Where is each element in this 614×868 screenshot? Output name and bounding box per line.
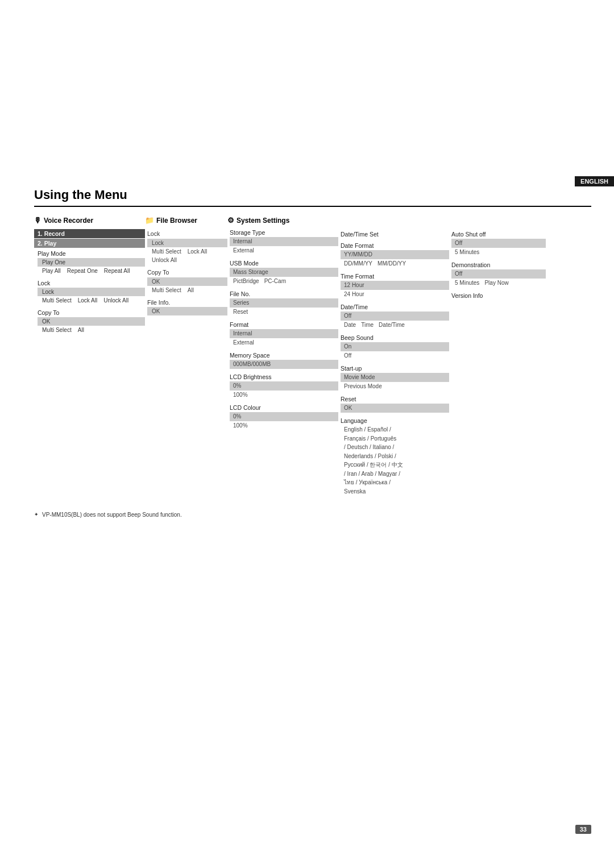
file-browser-label: File Browser [156,217,197,225]
auto-shutoff-1: 5 Minutes [451,249,479,255]
date-format-group: Date Format YY/MM/DD DD/MM/YY MM/DD/YY [338,242,449,268]
lock-title: Lock [38,280,145,286]
system-settings-column: ⚙ System Settings Storage Type Internal … [227,216,338,435]
top-whitespace [0,0,614,176]
lock-sub-3: Unlock All [99,297,128,304]
file-no-group: File No. Series Reset [227,290,338,317]
language-0: English / Español /Français / Português/… [341,425,449,496]
lcd-colour-1: 100% [230,422,248,429]
voice-recorder-column: 🎙 Voice Recorder 1. Record 2. Play Play … [34,216,145,339]
reset-title: Reset [341,396,449,402]
fb-fileinfo-group: File Info. OK [145,298,227,316]
lock-sub-0: Lock [38,288,145,296]
system-settings-header: ⚙ System Settings [227,216,338,225]
datetime-set-title: Date/Time Set [341,231,449,238]
play-item: 2. Play [34,239,145,248]
lcd-brightness-0: 0% [230,381,338,391]
play-mode-group: Play Mode Play One Play All Repeat One R… [34,250,145,275]
lcd-brightness-title: LCD Brightness [230,373,338,380]
fb-lock-3: Unlock All [147,257,177,263]
page-number: 33 [575,825,591,834]
fb-copyto-title: Copy To [147,268,227,277]
play-mode-sub-2: Repeat One [63,268,98,274]
fb-copyto-0: OK [147,277,227,286]
auto-shutoff-title: Auto Shut off [451,231,546,238]
system-settings3-column: Auto Shut off Off 5 Minutes Demonstratio… [449,216,546,304]
memory-space-group: Memory Space 000MB/000MB [227,352,338,369]
demonstration-1: 5 Minutes [451,280,479,286]
fb-fileinfo-title: File Info. [147,298,227,308]
version-info-group: Version Info [449,292,546,299]
copy-to-sub-2: All [73,327,84,333]
file-browser-icon: 📁 [145,216,154,225]
voice-recorder-label: Voice Recorder [44,217,93,225]
demonstration-0: Off [451,269,546,279]
file-browser-column: 📁 File Browser Lock Lock Multi Select Lo… [145,216,227,319]
auto-shutoff-group: Auto Shut off Off 5 Minutes [449,231,546,257]
date-format-2: MM/DD/YY [374,260,406,267]
storage-type-0: Internal [230,237,338,246]
play-mode-sub-3: Repeat All [99,268,130,274]
usb-mode-0: Mass Storage [230,268,338,277]
fb-copyto-2: All [183,287,194,293]
lcd-brightness-1: 100% [230,392,248,398]
copy-to-sub-1: Multi Select [38,327,72,333]
version-info-title: Version Info [451,292,546,299]
format-title: Format [230,321,338,328]
memory-space-title: Memory Space [230,352,338,359]
fb-lock-0: Lock [147,239,227,247]
storage-type-1: External [230,247,254,254]
system-settings-label: System Settings [237,217,289,225]
copy-to-group: Copy To OK Multi Select All [34,309,145,334]
format-0: Internal [230,329,338,338]
fb-lock-2: Lock All [183,248,207,255]
beep-sound-group: Beep Sound On Off [338,334,449,360]
english-badge: ENGLISH [575,176,614,186]
datetime-3: Date/Time [375,322,405,328]
play-mode-sub-0: Play One [38,258,145,267]
time-format-title: Time Format [341,273,449,280]
lock-sub-1: Multi Select [38,297,72,304]
format-group: Format Internal External [227,321,338,347]
main-content: Using the Menu 🎙 Voice Recorder 1. Recor… [34,188,591,518]
storage-type-group: Storage Type Internal External [227,229,338,255]
lock-sub-2: Lock All [73,297,97,304]
auto-shutoff-0: Off [451,239,546,248]
file-no-title: File No. [230,290,338,297]
memory-space-0: 000MB/000MB [230,360,338,369]
storage-type-title: Storage Type [230,229,338,236]
startup-1: Previous Mode [341,383,382,389]
date-format-1: DD/MM/YY [341,260,372,267]
datetime-0: Off [341,312,449,321]
lock-group: Lock Lock Multi Select Lock All Unlock A… [34,280,145,305]
page-wrapper: ENGLISH Using the Menu 🎙 Voice Recorder … [0,0,614,868]
copy-to-sub-0: OK [38,317,145,326]
startup-title: Start-up [341,365,449,372]
file-no-1: Reset [230,309,248,315]
fb-lock-group: Lock Lock Multi Select Lock All Unlock A… [145,229,227,264]
reset-group: Reset OK [338,396,449,413]
play-mode-title: Play Mode [38,250,145,257]
datetime-1: Date [341,322,356,328]
copy-to-title: Copy To [38,309,145,316]
fb-lock-title: Lock [147,229,227,239]
date-format-0: YY/MM/DD [341,250,449,259]
play-mode-sub-1: Play All [38,268,61,274]
datetime-2: Time [358,322,374,328]
beep-sound-title: Beep Sound [341,334,449,341]
beep-sound-0: On [341,342,449,351]
system-settings-icon: ⚙ [227,216,234,225]
time-format-1: 24 Hour [341,291,364,297]
time-format-group: Time Format 12 Hour 24 Hour [338,273,449,299]
page-title: Using the Menu [34,188,591,207]
language-group: Language English / Español /Français / P… [338,417,449,496]
record-item: 1. Record [34,229,145,238]
usb-mode-title: USB Mode [230,260,338,267]
demonstration-2: Play Now [481,280,508,286]
startup-0: Movie Mode [341,373,449,382]
file-no-0: Series [230,298,338,308]
format-1: External [230,339,254,346]
fb-fileinfo-0: OK [147,307,227,315]
note: VP-MM10S(BL) does not support Beep Sound… [34,512,591,518]
language-title: Language [341,417,449,424]
